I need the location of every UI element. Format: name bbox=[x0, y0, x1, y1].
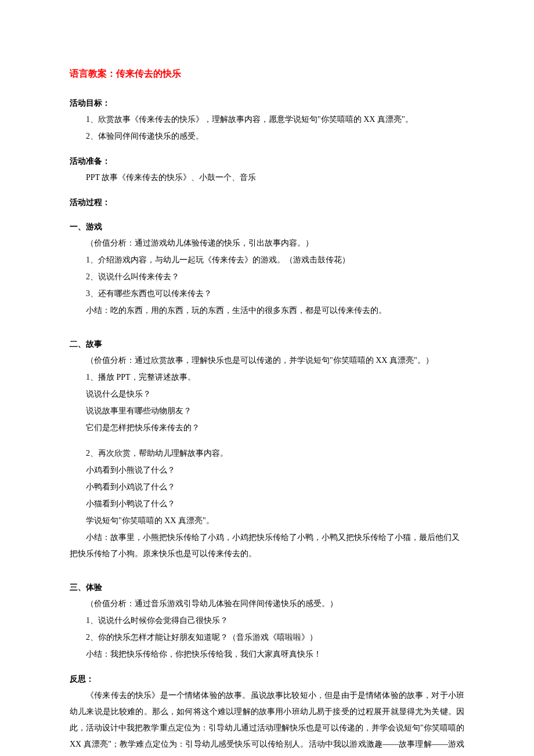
section2-summary: 小结：故事里，小熊把快乐传给了小鸡，小鸡把快乐传给了小鸭，小鸭又把快乐传给了小猫… bbox=[70, 530, 464, 562]
section2-question: 小鸭看到小鸡说了什么？ bbox=[70, 479, 464, 495]
section1-analysis: （价值分析：通过游戏幼儿体验传递的快乐，引出故事内容。） bbox=[70, 235, 464, 251]
reflection-heading: 反思： bbox=[70, 671, 464, 687]
section2-question: 小猫看到小鸭说了什么？ bbox=[70, 496, 464, 512]
section2-question: 小鸡看到小熊说了什么？ bbox=[70, 462, 464, 478]
goal-item: 2、体验同伴间传递快乐的感受。 bbox=[70, 128, 464, 145]
section2-part1-item: 1、播放 PPT，完整讲述故事。 bbox=[70, 369, 464, 386]
section3-heading: 三、体验 bbox=[70, 579, 464, 595]
section3-item: 2、你的快乐怎样才能让好朋友知道呢？（音乐游戏《嘻啦啦》） bbox=[70, 629, 464, 646]
preparation-content: PPT 故事《传来传去的快乐》、小鼓一个、音乐 bbox=[70, 170, 464, 186]
section2-heading: 二、故事 bbox=[70, 336, 464, 352]
section1-item: 1、介绍游戏内容，与幼儿一起玩《传来传去》的游戏。（游戏击鼓传花） bbox=[70, 252, 464, 268]
section2-part2-item: 2、再次欣赏，帮助幼儿理解故事内容。 bbox=[70, 445, 464, 462]
section3-analysis: （价值分析：通过音乐游戏引导幼儿体验在同伴间传递快乐的感受。） bbox=[70, 596, 464, 612]
section2-analysis: （价值分析：通过欣赏故事，理解快乐也是可以传递的，并学说短句"你笑嘻嘻的 XX … bbox=[70, 352, 464, 369]
section2-question: 说说什么是快乐？ bbox=[70, 386, 464, 402]
section3-summary: 小结：我把快乐传给你，你把快乐传给我，我们大家真呀真快乐！ bbox=[70, 646, 464, 663]
section2-question: 说说故事里有哪些动物朋友？ bbox=[70, 403, 464, 419]
section3-item: 1、说说什么时候你会觉得自己很快乐？ bbox=[70, 613, 464, 629]
section2-question: 它们是怎样把快乐传来传去的？ bbox=[70, 420, 464, 436]
section1-summary: 小结：吃的东西，用的东西，玩的东西，生活中的很多东西，都是可以传来传去的。 bbox=[70, 303, 464, 319]
goal-item: 1、欣赏故事《传来传去的快乐》，理解故事内容，愿意学说短句"你笑嘻嘻的 XX 真… bbox=[70, 111, 464, 128]
document-title: 语言教案：传来传去的快乐 bbox=[70, 64, 464, 83]
section1-item: 2、说说什么叫传来传去？ bbox=[70, 269, 464, 285]
goals-heading: 活动目标： bbox=[70, 95, 464, 111]
section2-question: 学说短句"你笑嘻嘻的 XX 真漂亮"。 bbox=[70, 513, 464, 529]
reflection-content: 《传来传去的快乐》是一个情绪体验的故事。虽说故事比较短小，但是由于是情绪体验的故… bbox=[70, 687, 464, 756]
process-heading: 活动过程： bbox=[70, 194, 464, 210]
preparation-heading: 活动准备： bbox=[70, 153, 464, 169]
section1-heading: 一、游戏 bbox=[70, 218, 464, 235]
section1-item: 3、还有哪些东西也可以传来传去？ bbox=[70, 286, 464, 302]
